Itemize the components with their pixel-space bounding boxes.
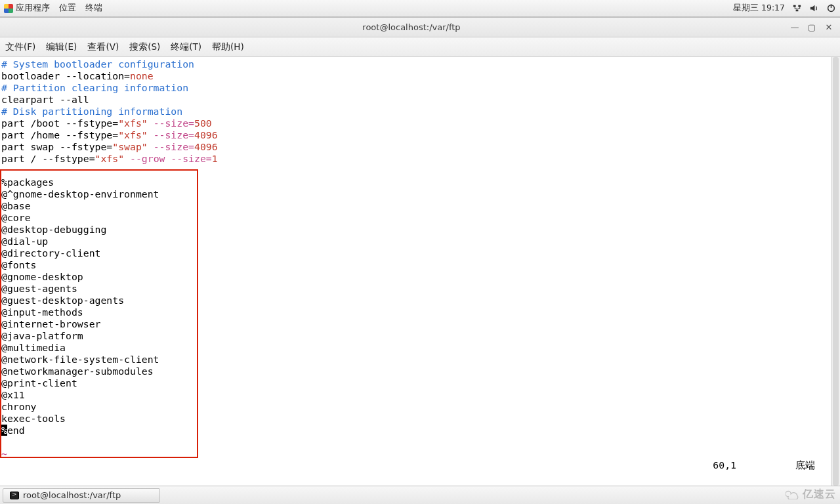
applications-menu[interactable]: 应用程序 [4,3,50,14]
text-line: # Partition clearing information [1,82,188,93]
scrollbar-thumb[interactable] [833,57,839,486]
text-line: --size= [148,117,194,129]
titlebar[interactable]: root@localhost:/var/ftp — ▢ ✕ [0,18,840,37]
text-line: "xfs" [118,117,148,129]
vim-statusline: 60,1 底端 [0,459,831,471]
network-icon[interactable] [791,3,802,14]
text-line: @guest-desktop-agents [1,295,124,306]
text-line: "swap" [112,141,147,152]
text-line: @desktop-debugging [1,224,106,235]
text-line: chrony [1,401,36,412]
text-line: --grow --size= [124,153,212,164]
text-line: 1 [212,153,218,164]
text-line: 500 [194,117,212,129]
text-line: "xfs" [95,153,125,164]
text-line: @base [1,200,31,211]
taskbar-item-terminal[interactable]: root@localhost:/var/ftp [3,488,160,503]
terminal-icon [10,492,19,499]
terminal-menu[interactable]: 终端 [85,3,102,14]
text-line: "xfs" [118,129,148,140]
text-line: part /boot --fstype= [1,117,118,129]
cursor: % [1,425,7,436]
text-line: @print-client [1,377,77,388]
text-line: end [7,425,25,436]
clock[interactable]: 星期三 19:17 [733,3,785,14]
text-line: --size= [148,129,194,140]
menubar: 文件(F) 编辑(E) 查看(V) 搜索(S) 终端(T) 帮助(H) [0,37,840,57]
scrollbar[interactable] [831,57,840,486]
svg-rect-1 [830,4,831,8]
menu-edit[interactable]: 编辑(E) [46,41,77,53]
minimize-button[interactable]: — [790,22,799,32]
window-title: root@localhost:/var/ftp [39,22,784,32]
menu-view[interactable]: 查看(V) [87,41,119,53]
places-menu[interactable]: 位置 [59,3,76,14]
text-line: none [130,70,154,81]
power-icon[interactable] [826,3,836,14]
close-button[interactable]: ✕ [824,22,833,32]
text-line: @^gnome-desktop-environment [1,188,159,200]
text-line: @x11 [1,389,25,400]
scroll-indicator: 底端 [795,459,815,471]
text-line: @dial-up [1,236,48,247]
taskbar-item-label: root@localhost:/var/ftp [23,490,121,500]
volume-icon[interactable] [808,3,819,14]
text-line: 4096 [194,129,218,140]
text-line: @network-file-system-client [1,354,159,365]
text-line: @fonts [1,259,36,270]
watermark: 亿速云 [786,488,836,501]
apps-icon [4,4,13,13]
menu-terminal[interactable]: 终端(T) [171,41,201,53]
text-line: @java-platform [1,330,83,341]
text-line: @internet-browser [1,318,100,329]
maximize-button[interactable]: ▢ [807,22,816,32]
menu-search[interactable]: 搜索(S) [129,41,160,53]
menu-help[interactable]: 帮助(H) [212,41,244,53]
text-line: clearpart --all [1,94,89,105]
text-line: bootloader --location= [1,70,130,81]
cursor-position: 60,1 [713,459,736,471]
text-line: 4096 [194,141,218,152]
menu-file[interactable]: 文件(F) [5,41,35,53]
text-line: @input-methods [1,306,83,318]
text-line: --size= [148,141,194,152]
text-line: @core [1,212,31,223]
text-line: part swap --fstype= [1,141,112,152]
text-line: @guest-agents [1,283,77,294]
text-line: # Disk partitioning information [1,106,182,117]
terminal-window: root@localhost:/var/ftp — ▢ ✕ 文件(F) 编辑(E… [0,17,840,486]
text-line: %packages [1,177,54,188]
text-line: @multimedia [1,342,66,353]
top-panel: 应用程序 位置 终端 星期三 19:17 [0,0,840,17]
text-line: part /home --fstype= [1,129,118,140]
taskbar: root@localhost:/var/ftp 亿速云 [0,486,840,504]
text-line: @networkmanager-submodules [1,366,154,377]
text-line: @directory-client [1,247,100,259]
text-line: @gnome-desktop [1,271,83,282]
text-line: part / --fstype= [1,153,95,164]
vim-tilde: ~ [1,448,7,459]
text-line: kexec-tools [1,413,66,424]
text-line: # System bootloader configuration [1,58,194,70]
terminal-body[interactable]: # System bootloader configuration bootlo… [0,57,840,486]
